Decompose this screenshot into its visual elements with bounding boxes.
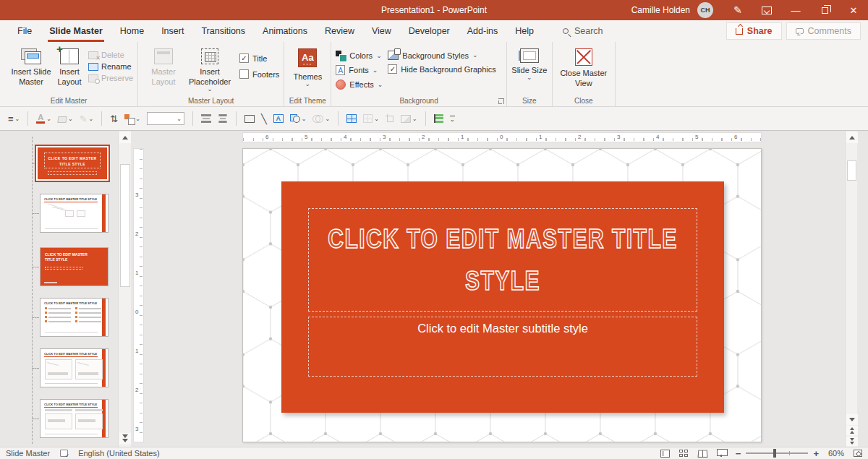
themes-button[interactable]: Aa Themes ⌄ [289, 45, 326, 86]
zoom-slider-thumb[interactable] [773, 449, 776, 458]
fit-slide-to-window-button[interactable] [854, 450, 862, 457]
themes-icon: Aa [298, 48, 317, 67]
canvas-scroll-up-button[interactable] [846, 132, 858, 143]
footers-checkbox[interactable]: Footers [239, 69, 279, 79]
hide-background-graphics-checkbox[interactable]: ✓ Hide Background Graphics [388, 64, 495, 74]
rename-icon [88, 63, 98, 71]
align-top-button[interactable] [199, 113, 213, 124]
tab-transitions[interactable]: Transitions [192, 20, 254, 42]
effects-icon [336, 80, 346, 90]
inking-pen-icon[interactable]: ✎ [723, 0, 752, 20]
scroll-up-button[interactable] [119, 132, 131, 143]
comments-icon [796, 28, 804, 34]
align-middle-button[interactable] [216, 113, 230, 124]
close-master-view-button[interactable]: Close Master View [557, 45, 610, 89]
master-hierarchy-line [32, 137, 33, 444]
normal-view-button[interactable] [660, 450, 670, 458]
list-level-button[interactable]: ≡⌄ [6, 113, 22, 125]
style-combobox[interactable]: ⌄ [145, 111, 187, 126]
close-button[interactable]: ✕ [839, 0, 868, 20]
title-checkbox[interactable]: ✓ Title [239, 53, 279, 63]
tab-review[interactable]: Review [316, 20, 363, 42]
insert-layout-button[interactable]: Insert Layout [52, 45, 87, 87]
canvas-scroll-down-button[interactable] [846, 414, 858, 425]
zoom-slider[interactable]: − + [736, 448, 819, 459]
ribbon-display-options-icon[interactable] [752, 0, 781, 20]
tab-view[interactable]: View [363, 20, 400, 42]
rectangle-shape-button[interactable] [242, 113, 257, 124]
slide-size-button[interactable]: Slide Size ⌄ [511, 45, 548, 80]
slide-sorter-view-button[interactable] [679, 450, 689, 458]
status-view-name[interactable]: Slide Master [6, 449, 50, 458]
group-master-layout: Master Layout Insert Placeholder ⌄ ✓ Tit… [138, 42, 284, 106]
spell-check-icon[interactable] [60, 450, 68, 457]
insert-slide-master-button[interactable]: Insert Slide Master [10, 45, 52, 87]
master-title-placeholder[interactable]: CLICK TO EDIT MASTER TITLE STYLE [308, 208, 697, 312]
status-language[interactable]: English (United States) [78, 449, 160, 458]
slide-canvas[interactable]: CLICK TO EDIT MASTER TITLE STYLE Click t… [242, 148, 762, 442]
search-icon [563, 28, 569, 34]
tab-animations[interactable]: Animations [254, 20, 316, 42]
tab-add-ins[interactable]: Add-ins [459, 20, 506, 42]
tab-help[interactable]: Help [506, 20, 542, 42]
reading-view-button[interactable] [697, 450, 707, 457]
align-objects-button[interactable] [432, 113, 446, 124]
tab-developer[interactable]: Developer [400, 20, 459, 42]
text-box-button[interactable]: A [271, 113, 286, 124]
share-button[interactable]: Share [726, 22, 782, 40]
title-slide-accent-rectangle[interactable]: CLICK TO EDIT MASTER TITLE STYLE Click t… [281, 181, 724, 413]
toolbar-overflow-button[interactable]: ⌄ [448, 114, 458, 124]
master-title-text: CLICK TO EDIT MASTER TITLE STYLE [309, 218, 697, 301]
scrollbar-thumb[interactable] [120, 164, 130, 287]
restore-button[interactable] [810, 0, 839, 20]
sort-order-button[interactable]: ⇅ [108, 113, 120, 125]
master-subtitle-placeholder[interactable]: Click to edit Master subtitle style [308, 317, 697, 377]
shapes-button[interactable]: ⌄ [288, 113, 309, 124]
zoom-in-button[interactable]: + [813, 448, 819, 459]
effects-button[interactable]: Effects ⌄ [336, 80, 388, 90]
overflow-chevron-icon: ⌄ [450, 116, 456, 122]
master-layout-icon [154, 48, 173, 64]
checkbox-checked-icon: ✓ [239, 53, 249, 63]
thumbnail-layout-2[interactable]: CLICK TO EDIT MASTER TITLE STYLE [40, 247, 109, 286]
thumbnail-layout-3[interactable]: CLICK TO EDIT MASTER TITLE STYLE [40, 298, 109, 337]
canvas-scrollbar[interactable] [845, 131, 857, 447]
user-name[interactable]: Camille Holden [631, 5, 690, 15]
rename-button[interactable]: Rename [88, 62, 133, 71]
align-middle-icon [218, 114, 226, 123]
line-shape-button[interactable]: ╲ [259, 113, 269, 125]
tab-insert[interactable]: Insert [153, 20, 192, 42]
horizontal-ruler: 6 5 4 3 2 1 0 1 2 3 4 5 6 [242, 132, 762, 142]
insert-table-button[interactable] [344, 113, 359, 124]
thumbnail-layout-1[interactable]: CLICK TO EDIT MASTER TITLE STYLE [40, 194, 109, 233]
change-colors-button[interactable]: ⌄ [122, 113, 142, 125]
tab-file[interactable]: File [9, 20, 41, 42]
insert-placeholder-button[interactable]: Insert Placeholder ⌄ [184, 45, 235, 91]
double-arrow-up-icon [850, 427, 854, 434]
borders-button: ⌄ [361, 113, 381, 124]
previous-slide-button[interactable] [846, 426, 858, 435]
fonts-button[interactable]: A Fonts ⌄ [336, 65, 388, 75]
thumbnail-layout-5[interactable]: CLICK TO EDIT MASTER TITLE STYLE [40, 399, 109, 438]
next-slide-button[interactable] [846, 437, 858, 446]
search-box[interactable]: Search [563, 26, 603, 36]
thumbnail-slide-master-selected[interactable]: CLICK TO EDIT MASTER TITLE STYLE [35, 145, 110, 182]
background-dialog-launcher-icon[interactable] [498, 98, 504, 104]
thumbnails-scrollbar[interactable] [118, 131, 131, 447]
thumbnail-layout-4[interactable]: CLICK TO EDIT MASTER TITLE STYLE [40, 348, 109, 387]
slideshow-view-button[interactable] [717, 449, 726, 458]
shape-fill-icon [57, 116, 67, 123]
zoom-out-button[interactable]: − [736, 448, 741, 459]
tab-slide-master[interactable]: Slide Master [41, 20, 111, 42]
background-styles-button[interactable]: Background Styles ⌄ [388, 51, 495, 60]
master-subtitle-text: Click to edit Master subtitle style [417, 322, 588, 335]
avatar[interactable]: CH [697, 2, 713, 18]
zoom-level[interactable]: 60% [828, 449, 844, 458]
comments-button[interactable]: Comments [786, 22, 861, 40]
scroll-more-button[interactable] [119, 433, 131, 444]
canvas-scrollbar-thumb[interactable] [847, 160, 856, 181]
minimize-button[interactable]: — [781, 0, 810, 20]
tab-home[interactable]: Home [111, 20, 153, 42]
arrow-down-icon [849, 418, 855, 421]
colors-button[interactable]: Colors ⌄ [336, 51, 388, 61]
